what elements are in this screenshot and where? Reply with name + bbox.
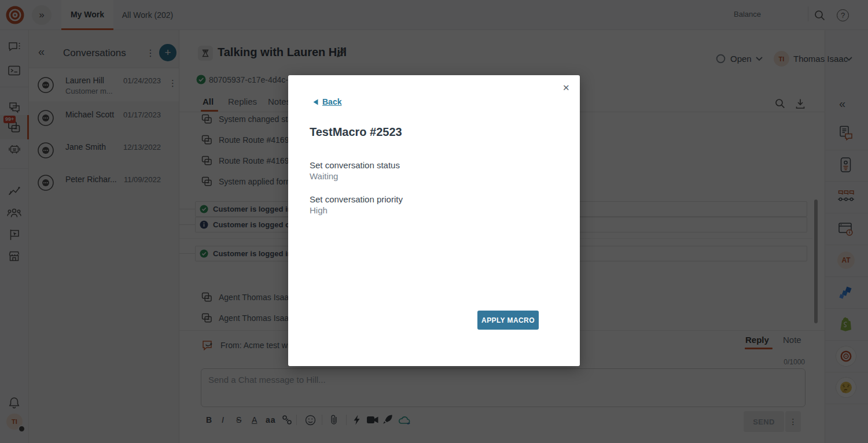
macro-action-label: Set conversation status: [310, 160, 400, 170]
close-icon[interactable]: ✕: [562, 83, 570, 93]
back-link[interactable]: Back: [313, 97, 341, 106]
macro-action-value: Waiting: [310, 171, 338, 181]
back-arrow-icon: [313, 99, 318, 105]
back-label: Back: [322, 97, 341, 106]
app-window: » My Work All Work (202) Balance ?: [0, 0, 868, 443]
macro-action-label: Set conversation priority: [310, 194, 403, 204]
macro-title: TestMacro #2523: [310, 125, 402, 139]
macro-action-value: High: [310, 205, 328, 215]
apply-macro-button[interactable]: APPLY MACRO: [477, 311, 539, 330]
macro-preview-modal: ✕ Back TestMacro #2523 Set conversation …: [288, 75, 580, 366]
